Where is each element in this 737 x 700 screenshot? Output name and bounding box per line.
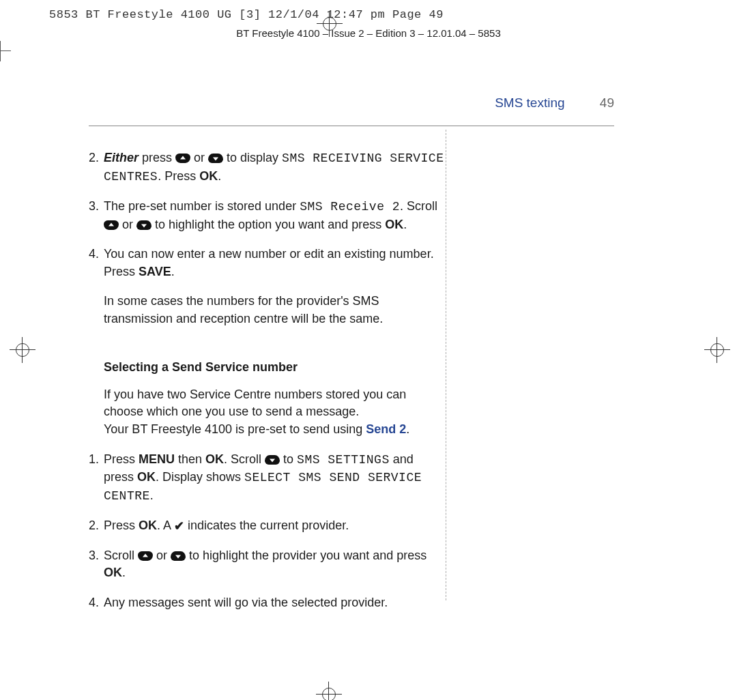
text-run: Scroll	[104, 549, 138, 562]
text-run: Either	[104, 151, 139, 164]
running-head-section: SMS texting	[495, 96, 564, 110]
step-number: 4.	[89, 594, 104, 612]
instruction-step: 3.Scroll or to highlight the provider yo…	[89, 547, 445, 582]
text-run: SMS Receive 2	[300, 200, 400, 214]
text-run: Your BT Freestyle 4100 is pre-set to sen…	[104, 422, 366, 436]
instruction-step: 4.Any messages sent will go via the sele…	[89, 594, 445, 612]
text-run: Send 2	[366, 422, 406, 436]
text-run: or	[153, 549, 171, 562]
arrow-down-icon	[265, 455, 280, 465]
step-body: Press MENU then OK. Scroll to SMS SETTIN…	[104, 451, 445, 506]
text-run: .	[406, 422, 409, 436]
text-run: to highlight the option you want and pre…	[151, 218, 385, 231]
step-body: The pre-set number is stored under SMS R…	[104, 198, 445, 233]
section-intro: If you have two Service Centre numbers s…	[104, 386, 445, 439]
arrow-up-icon	[104, 220, 119, 230]
step-number: 3.	[89, 198, 104, 233]
text-run: The pre-set number is stored under	[104, 199, 300, 213]
step-number: 1.	[89, 451, 104, 506]
text-run: OK	[199, 169, 218, 183]
registration-mark-left	[14, 341, 31, 359]
text-run: SMS SETTINGS	[297, 453, 390, 467]
text-run: or	[119, 218, 136, 231]
print-job-header: 5853 BT Freestyle 4100 UG [3] 12/1/04 12…	[49, 8, 444, 21]
instruction-step: 4.You can now enter a new number or edit…	[89, 246, 445, 280]
step-body: Any messages sent will go via the select…	[104, 594, 445, 612]
section-heading: Selecting a Send Service number	[104, 359, 445, 377]
text-run: .	[122, 566, 126, 579]
registration-mark-right	[708, 341, 726, 359]
note-a: In some cases the numbers for the provid…	[104, 293, 445, 327]
text-run: press	[139, 151, 175, 164]
instruction-step: 3.The pre-set number is stored under SMS…	[89, 198, 445, 233]
column-divider	[446, 130, 446, 600]
step-number: 2.	[89, 149, 104, 186]
step-body: You can now enter a new number or edit a…	[104, 246, 445, 280]
text-run: Press	[104, 452, 139, 466]
document-header: BT Freestyle 4100 – Issue 2 – Edition 3 …	[0, 27, 737, 39]
text-run: .	[150, 488, 154, 502]
text-run: . Scroll	[400, 199, 437, 213]
text-run: MENU	[139, 452, 175, 466]
registration-mark-bottom	[320, 686, 338, 700]
step-number: 4.	[89, 246, 104, 280]
text-run: OK	[139, 519, 157, 532]
instruction-step: 2.Press OK. A ✔ indicates the current pr…	[89, 517, 445, 535]
step-number: 3.	[89, 547, 104, 582]
text-run: . A	[157, 519, 174, 532]
step-number: 2.	[89, 517, 104, 535]
text-run: then	[175, 452, 205, 466]
step-body: Scroll or to highlight the provider you …	[104, 547, 445, 582]
text-run: OK	[205, 452, 224, 466]
text-run: If you have two Service Centre numbers s…	[104, 388, 406, 419]
text-run: to highlight the provider you want and p…	[186, 549, 427, 562]
text-run: .	[403, 218, 407, 231]
instruction-step: 1.Press MENU then OK. Scroll to SMS SETT…	[89, 451, 445, 506]
main-column: 2.Either press or to display SMS RECEIVI…	[89, 149, 445, 611]
page-content: SMS texting 49 2.Either press or to disp…	[89, 96, 614, 624]
text-run: .	[218, 169, 221, 183]
text-run: . Display shows	[156, 470, 244, 484]
checkmark-icon: ✔	[174, 518, 184, 536]
arrow-down-icon	[208, 154, 223, 163]
text-run: Press	[104, 519, 139, 532]
text-run: to	[280, 452, 297, 466]
text-run: indicates the current provider.	[184, 519, 349, 532]
running-head: SMS texting 49	[89, 96, 614, 111]
text-run: SAVE	[139, 265, 171, 278]
text-run: OK	[137, 470, 156, 484]
text-run: . Press	[158, 169, 199, 183]
text-run: OK	[104, 566, 122, 579]
step-body: Either press or to display SMS RECEIVING…	[104, 149, 445, 186]
arrow-down-icon	[136, 220, 151, 230]
arrow-up-icon	[138, 551, 153, 561]
step-body: Press OK. A ✔ indicates the current prov…	[104, 517, 445, 535]
arrow-up-icon	[175, 154, 190, 163]
text-run: Any messages sent will go via the select…	[104, 596, 388, 609]
text-run: . Scroll	[224, 452, 265, 466]
text-run: OK	[385, 218, 403, 231]
arrow-down-icon	[171, 551, 186, 561]
running-head-pageno: 49	[600, 96, 614, 110]
header-rule	[89, 126, 614, 126]
text-run: or	[190, 151, 208, 164]
text-run: .	[171, 265, 175, 278]
text-run: to display	[223, 151, 282, 164]
instruction-step: 2.Either press or to display SMS RECEIVI…	[89, 149, 445, 186]
